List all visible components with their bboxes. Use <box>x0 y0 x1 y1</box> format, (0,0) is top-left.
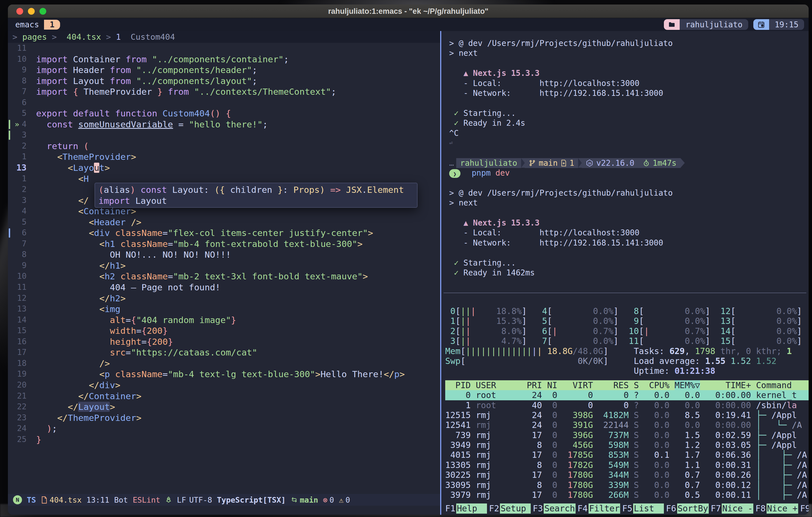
git-branch-icon <box>529 159 536 166</box>
line-number: 8 <box>8 249 27 260</box>
line-number: 13 <box>8 162 27 173</box>
memory-meter-row: Mem[||||||||||||||| 18.8G/48.0G] Tasks: … <box>445 346 809 356</box>
code-buffer[interactable]: 1110import Container from "../components… <box>8 43 440 445</box>
pane-split-horizontal[interactable] <box>443 293 806 293</box>
htop-function-bar: F1Help F2Setup F3SearchF4FilterF5List F6… <box>445 504 809 514</box>
code-line[interactable]: 13 <img <box>8 304 440 314</box>
fkey-f7[interactable]: F7Nice - <box>711 504 754 514</box>
process-row[interactable]: 33095 rmj 8 0 1780G 339M S 0.0 0.7 0:00.… <box>445 480 809 490</box>
code-line[interactable]: 12 </h2> <box>8 293 440 304</box>
cpu-meter-row: 0[||| 18.8%] 4[ 0.0%] 8[ 0.0%] 12[ 0.0%] <box>445 306 809 316</box>
evil-state-badge: N <box>13 495 22 504</box>
svg-text:JS: JS <box>588 161 591 164</box>
code-line[interactable]: 8 OH NO!... NO! NO! NO!!! <box>8 249 440 260</box>
code-line[interactable]: 10import Container from "../components/c… <box>8 54 440 65</box>
changed-file-icon <box>561 159 567 166</box>
line-number: 18 <box>8 358 27 369</box>
htop-process-table: PID USER PRI NI VIRT RES S CPU% MEM%▽ TI… <box>445 380 809 500</box>
line-number: 5 <box>8 108 27 119</box>
fkey-f6[interactable]: F6SortBy <box>666 504 709 514</box>
fkey-f2[interactable]: F2Setup <box>489 504 531 514</box>
emacs-pane[interactable]: > pages > 404.tsx > 1 Custom404 1110impo… <box>8 31 440 515</box>
terminal-line: ✓ Starting... <box>449 108 809 118</box>
code-line[interactable]: 5 <Header /> <box>8 217 440 228</box>
code-line[interactable]: 16 height={200} <box>8 336 440 347</box>
git-branch-icon <box>291 496 298 504</box>
line-number: 24 <box>8 423 27 434</box>
code-line[interactable]: 11 <box>8 43 440 54</box>
line-number: 9 <box>8 260 27 271</box>
fkey-f3[interactable]: F3Search <box>533 504 576 514</box>
fkey-f5[interactable]: F5List <box>622 504 664 514</box>
process-row[interactable]: 3949 rmj 8 0 456G 598M S 0.0 1.2 0:03.05… <box>445 440 809 450</box>
tmux-user-pill: rahuljuliato <box>664 19 748 30</box>
terminal-line <box>449 148 809 158</box>
prompt-changes: 1 <box>570 158 575 168</box>
prompt-elapsed: 1m47s <box>652 158 676 168</box>
code-line[interactable]: 8import Layout from "../components/layou… <box>8 75 440 87</box>
code-line[interactable]: 11 404 – Page not found! <box>8 282 440 293</box>
code-line[interactable]: 13 <Layout> <box>8 162 440 173</box>
line-number: 1 <box>8 173 27 184</box>
code-line[interactable]: 15 width={200} <box>8 325 440 336</box>
terminal-line: …rahuljuliatomain1JSv22.16.01m47s <box>449 158 809 168</box>
code-line[interactable]: 20 </div> <box>8 380 440 391</box>
terminal-pane[interactable]: > @ dev /Users/rmj/Projects/github/rahul… <box>441 31 809 515</box>
tmux-window-tab[interactable]: emacs 1 <box>12 20 60 30</box>
htop: 0[||| 18.8%] 4[ 0.0%] 8[ 0.0%] 12[ 0.0%]… <box>445 297 809 515</box>
line-number: 14 <box>8 314 27 326</box>
code-line[interactable]: 1 <ThemeProvider> <box>8 151 440 162</box>
minimize-button[interactable] <box>28 8 35 14</box>
code-line[interactable]: 21 </Container> <box>8 391 440 402</box>
fkey-f9[interactable]: F9K <box>800 504 809 514</box>
terminal-line: ▲ Next.js 15.3.3 <box>449 68 809 78</box>
code-line[interactable]: 23 </ThemeProvider> <box>8 413 440 423</box>
terminal-line: - Local: http://localhost:3000 <box>449 228 809 238</box>
line-number: 3 <box>8 130 27 141</box>
terminal-line <box>449 178 809 188</box>
close-button[interactable] <box>17 8 23 14</box>
code-line[interactable]: 17 src="https://cataas.com/cat" <box>8 347 440 358</box>
line-number: 17 <box>8 347 27 358</box>
fkey-f4[interactable]: F4Filter <box>578 504 620 514</box>
fkey-f1[interactable]: F1Help <box>445 504 487 514</box>
process-row[interactable]: 4015 rmj 17 0 1785G 853M S 0.1 1.7 0:06.… <box>445 450 809 460</box>
code-line[interactable]: 22 </Layout> <box>8 401 440 413</box>
code-line[interactable]: 6 <div className="flex-col items-center … <box>8 227 440 239</box>
code-line[interactable]: 3 <box>8 130 440 141</box>
modeline-bot: Bot <box>114 495 128 504</box>
process-row[interactable]: 0 root 24 0 0 0 ? 0.0 0.0 0:00.00 kernel… <box>445 390 809 400</box>
modeline-encoding: UTF-8 <box>189 495 212 504</box>
process-row[interactable]: 13305 rmj 8 0 1782G 549M S 0.0 1.1 0:00.… <box>445 460 809 470</box>
process-table-header[interactable]: PID USER PRI NI VIRT RES S CPU% MEM%▽ TI… <box>445 380 809 390</box>
line-number: 4 <box>8 119 27 130</box>
code-line[interactable]: »4 const someUnusedVariable = "hello the… <box>8 119 440 130</box>
process-row[interactable]: 30225 rmj 17 0 1780G 344M S 0.0 0.7 0:00… <box>445 470 809 480</box>
code-line[interactable]: 10 <h2 className="mb-2 text-3xl font-bol… <box>8 271 440 282</box>
process-row[interactable]: 3979 rmj 17 0 1780G 266M S 0.0 0.5 0:00.… <box>445 490 809 500</box>
code-line[interactable]: 9 </h1> <box>8 260 440 271</box>
code-line[interactable]: 7import { ThemeProvider } from "../conte… <box>8 86 440 97</box>
prompt-user: rahuljuliato <box>460 158 517 168</box>
code-line[interactable]: 14 alt={"404 random image"} <box>8 314 440 326</box>
process-row[interactable]: 739 rmj 17 0 396G 737M S 0.0 1.5 0:02.59… <box>445 430 809 440</box>
titlebar[interactable]: rahuljuliato:1:emacs - "ek ~/P/g/rahulju… <box>8 4 809 18</box>
code-line[interactable]: 2 return ( <box>8 141 440 152</box>
code-line[interactable]: 7 <h1 className="mb-4 font-extrabold tex… <box>8 239 440 249</box>
fkey-f8[interactable]: F8Nice + <box>755 504 798 514</box>
code-line[interactable]: 24 ); <box>8 423 440 434</box>
code-line[interactable]: 5export default function Custom404() { <box>8 108 440 119</box>
code-line[interactable]: 19 <p className="mb-4 text-lg text-blue-… <box>8 369 440 380</box>
process-row[interactable]: 12541 rmj 24 0 391G 22144 S 0.0 0.0 0:00… <box>445 420 809 430</box>
zoom-button[interactable] <box>39 8 46 14</box>
line-number: 2 <box>8 141 27 152</box>
line-number: 23 <box>8 413 27 423</box>
terminal-line <box>449 248 809 257</box>
code-line[interactable]: 6 <box>8 97 440 108</box>
code-line[interactable]: 9import Header from "../components/heade… <box>8 65 440 75</box>
process-row[interactable]: 1 root 40 0 0 0 ? 0.0 0.0 0:00.00 /sbin/… <box>445 400 809 410</box>
code-line[interactable]: 25} <box>8 434 440 445</box>
terminal-line: > @ dev /Users/rmj/Projects/github/rahul… <box>449 38 809 48</box>
process-row[interactable]: 12515 rmj 24 0 398G 4182M S 0.0 8.5 0:19… <box>445 410 809 420</box>
code-line[interactable]: 18 /> <box>8 358 440 369</box>
